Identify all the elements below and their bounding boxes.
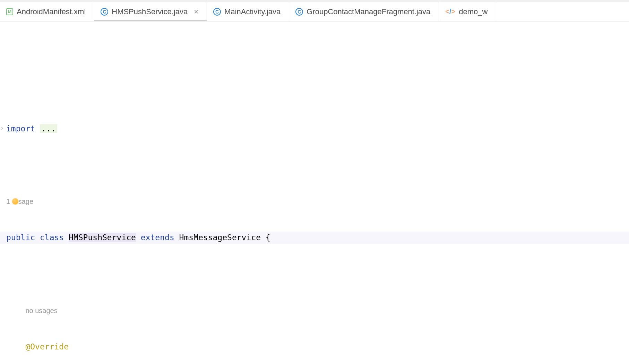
tab-groupcontact[interactable]: C GroupContactManageFragment.java [289,2,439,21]
tab-label: HMSPushService.java [112,7,188,16]
java-class-icon: C [295,8,303,16]
tab-label: GroupContactManageFragment.java [307,7,430,16]
annotation-override: @Override [25,342,69,351]
tab-bar: M AndroidManifest.xml C HMSPushService.j… [0,2,629,21]
class-name: HMSPushService [69,233,136,242]
java-class-icon: C [101,8,108,16]
tab-hmspushservice[interactable]: C HMSPushService.java × [94,2,207,21]
super-class: HmsMessageService [179,233,261,242]
close-icon[interactable]: × [194,7,198,16]
markup-file-icon: </> [445,8,455,16]
import-fold-region[interactable]: ... [40,124,57,133]
fold-caret-icon[interactable]: › [0,123,4,133]
tab-label: MainActivity.java [224,7,281,16]
tab-label: AndroidManifest.xml [17,7,86,16]
java-class-icon: C [213,8,221,16]
usage-hint-method[interactable]: no usages [25,307,57,314]
tab-mainactivity[interactable]: C MainActivity.java [207,2,289,21]
code-editor[interactable]: ›import ... 1 sage public class HMSPushS… [0,21,629,364]
tab-android-manifest[interactable]: M AndroidManifest.xml [0,2,94,21]
tab-label: demo_w [459,7,488,16]
tab-demo-w[interactable]: </> demo_w [439,2,496,21]
kw-import: import [6,124,35,133]
caret-line: public class HMSPushService extends HmsM… [0,232,629,244]
usage-hint-class[interactable]: 1 sage [6,198,33,205]
intention-bulb-icon[interactable] [12,198,18,205]
xml-file-icon: M [6,8,13,15]
